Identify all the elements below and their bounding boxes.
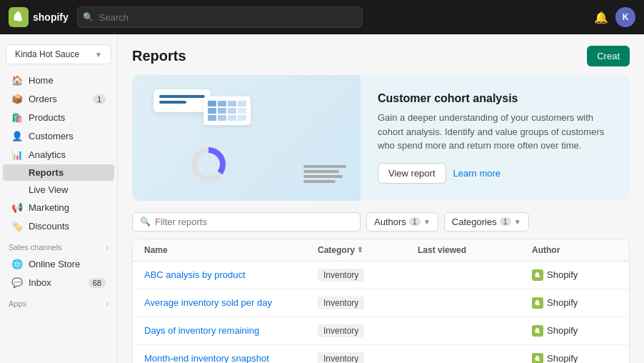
apps-label: Apps [9, 299, 26, 308]
cohort-banner: Customer cohort analysis Gain a deeper u… [132, 75, 630, 201]
sidebar-item-label: Home [29, 75, 54, 86]
category-badge: Inventory [318, 269, 364, 282]
sidebar-item-reports[interactable]: Reports [3, 164, 114, 181]
apps-section: Apps › [0, 292, 117, 311]
author-name: Shopify [547, 325, 578, 336]
authors-arrow-icon: ▼ [423, 218, 431, 226]
marketing-icon: 📢 [11, 202, 23, 213]
logo-text: shopify [33, 11, 69, 23]
authors-count-badge: 1 [409, 217, 421, 226]
search-input[interactable] [77, 6, 363, 28]
sidebar-item-products[interactable]: 🛍️ Products [3, 109, 114, 126]
report-name-link[interactable]: ABC analysis by product [144, 269, 318, 280]
grid-cell [238, 115, 246, 121]
banner-title: Customer cohort analysis [378, 92, 613, 105]
sidebar-item-online-store[interactable]: 🌐 Online Store [3, 255, 114, 273]
sidebar-item-live-view[interactable]: Live View [3, 182, 114, 198]
banner-card [154, 89, 211, 112]
sidebar-item-inbox[interactable]: 💬 Inbox 68 [3, 274, 114, 292]
sidebar-item-label: Analytics [29, 149, 66, 160]
authors-label: Authors [374, 217, 406, 227]
report-category: Inventory [318, 269, 418, 282]
sidebar-item-label: Discounts [29, 221, 69, 232]
search-bar: 🔍 [77, 6, 363, 28]
col-header-category[interactable]: Category ⬆ [318, 245, 418, 255]
col-header-author: Author [532, 245, 618, 255]
topbar-right: 🔔 K [594, 7, 635, 27]
sidebar-item-home[interactable]: 🏠 Home [3, 71, 114, 89]
report-name-link[interactable]: Average inventory sold per day [144, 297, 318, 308]
sidebar-sub-label: Live View [29, 184, 68, 195]
categories-arrow-icon: ▼ [514, 218, 521, 226]
category-badge: Inventory [318, 352, 364, 364]
report-author: Shopify [532, 353, 618, 364]
main-content: Reports Creat [118, 34, 644, 363]
store-arrow-icon: ▼ [95, 51, 102, 59]
report-category: Inventory [318, 324, 418, 337]
sort-icon: ⬆ [357, 246, 363, 254]
sidebar-item-analytics[interactable]: 📊 Analytics [3, 146, 114, 164]
author-name: Shopify [547, 353, 578, 363]
create-button[interactable]: Creat [587, 46, 630, 66]
banner-visual [132, 75, 361, 201]
shopify-logo-icon [9, 7, 29, 27]
grid-cell [238, 101, 246, 106]
grid-cell [208, 115, 216, 121]
sidebar-item-customers[interactable]: 👤 Customers [3, 127, 114, 145]
grid-cell [218, 115, 226, 121]
preview-line [303, 175, 343, 178]
categories-label: Categories [452, 217, 497, 227]
section-arrow-icon[interactable]: › [106, 243, 109, 252]
logo: shopify [9, 7, 69, 27]
authors-filter-button[interactable]: Authors 1 ▼ [366, 212, 438, 232]
sidebar-item-orders[interactable]: 📦 Orders 1 [3, 90, 114, 108]
report-author: Shopify [532, 269, 618, 281]
store-selector[interactable]: Kinda Hot Sauce ▼ [6, 44, 111, 64]
report-name-link[interactable]: Month-end inventory snapshot [144, 353, 318, 363]
sidebar-item-label: Orders [29, 94, 57, 104]
filter-bar: 🔍 Authors 1 ▼ Categories 1 ▼ [118, 212, 644, 239]
author-name: Shopify [547, 269, 578, 280]
store-name: Kinda Hot Sauce [15, 49, 79, 59]
shopify-author-icon [532, 269, 543, 281]
apps-arrow-icon[interactable]: › [106, 299, 109, 308]
table-row: ABC analysis by product Inventory Shopif… [133, 262, 629, 289]
orders-badge: 1 [93, 94, 106, 104]
products-icon: 🛍️ [11, 112, 23, 123]
banner-content: Customer cohort analysis Gain a deeper u… [361, 75, 630, 201]
topbar: shopify 🔍 🔔 K [0, 0, 644, 34]
report-author: Shopify [532, 325, 618, 337]
customers-icon: 👤 [11, 131, 23, 141]
learn-more-link[interactable]: Learn more [453, 168, 500, 179]
view-report-button[interactable]: View report [378, 163, 446, 184]
categories-filter-button[interactable]: Categories 1 ▼ [444, 212, 529, 232]
col-header-name: Name [144, 245, 318, 255]
table-row: Days of inventory remaining Inventory Sh… [133, 317, 629, 345]
grid-cell [228, 108, 236, 114]
report-category: Inventory [318, 297, 418, 309]
sidebar-item-marketing[interactable]: 📢 Marketing [3, 199, 114, 217]
filter-search: 🔍 [132, 212, 361, 232]
banner-actions: View report Learn more [378, 163, 613, 184]
text-lines-preview [303, 165, 346, 183]
mini-grid [208, 101, 246, 121]
report-name-link[interactable]: Days of inventory remaining [144, 325, 318, 336]
grid-cell [218, 101, 226, 106]
category-badge: Inventory [318, 297, 364, 309]
sidebar-sub-label: Reports [29, 167, 64, 178]
col-header-last-viewed: Last viewed [418, 245, 532, 255]
card-line [159, 95, 205, 98]
page-title: Reports [132, 48, 186, 64]
preview-line [303, 180, 336, 183]
bell-icon[interactable]: 🔔 [594, 11, 608, 24]
grid-cell [228, 115, 236, 121]
filter-reports-input[interactable] [155, 217, 353, 227]
discounts-icon: 🏷️ [11, 221, 23, 232]
avatar[interactable]: K [615, 7, 635, 27]
sidebar-item-discounts[interactable]: 🏷️ Discounts [3, 217, 114, 235]
sidebar-item-label: Inbox [29, 277, 51, 288]
analytics-icon: 📊 [11, 149, 23, 160]
sidebar: Kinda Hot Sauce ▼ 🏠 Home 📦 Orders 1 🛍️ P… [0, 34, 118, 363]
grid-cell [228, 101, 236, 106]
layout: Kinda Hot Sauce ▼ 🏠 Home 📦 Orders 1 🛍️ P… [0, 34, 644, 363]
